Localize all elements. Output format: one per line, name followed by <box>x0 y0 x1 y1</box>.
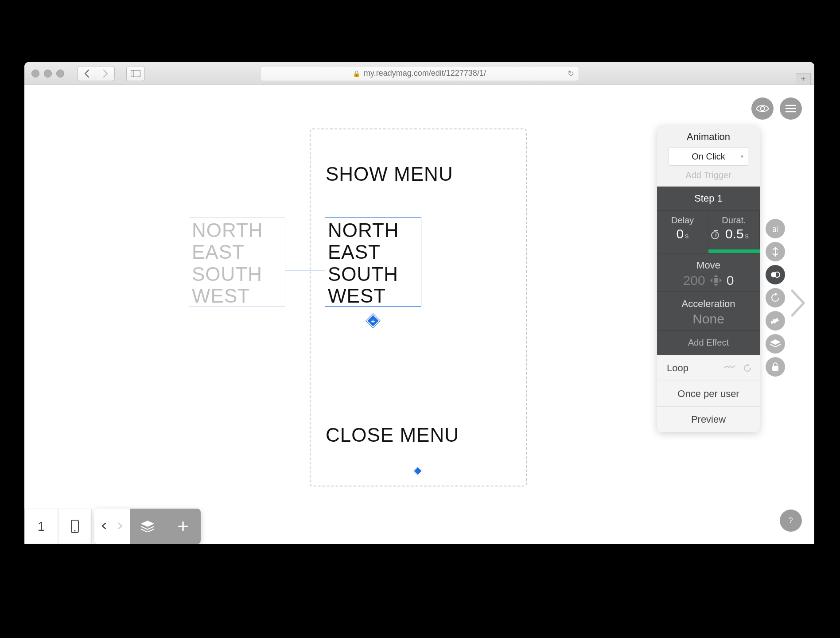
delay-cell[interactable]: Delay 0s <box>657 211 708 253</box>
widget-tool-rail: a| <box>766 219 785 377</box>
once-per-user-label: Once per user <box>677 388 739 400</box>
device-switch-cell[interactable] <box>58 509 92 544</box>
help-button[interactable]: ? <box>780 510 802 532</box>
duration-unit: s <box>745 232 749 240</box>
step-title[interactable]: Step 1 <box>657 187 760 211</box>
acceleration-label: Acceleration <box>657 298 760 310</box>
layers-tool-icon[interactable] <box>766 334 785 354</box>
nav-buttons <box>78 66 115 81</box>
loop-repeat-icon[interactable] <box>743 364 752 373</box>
app-content: SHOW MENU CLOSE MENU NORTH EAST SOUTH WE… <box>24 85 814 544</box>
ghost-item: SOUTH <box>192 263 282 285</box>
preview-row[interactable]: Preview <box>657 406 760 432</box>
titlebar: 🔒 my.readymag.com/edit/1227738/1/ ↻ + <box>24 62 814 85</box>
menu-item: WEST <box>328 285 418 307</box>
delay-value: 0 <box>676 226 684 241</box>
menu-item: NORTH <box>328 219 418 241</box>
duration-value: 0.5 <box>725 226 744 241</box>
animation-path-line <box>285 270 325 271</box>
page-number: 1 <box>38 519 45 534</box>
once-per-user-row[interactable]: Once per user <box>657 381 760 406</box>
ghost-item: EAST <box>192 241 282 263</box>
show-menu-heading[interactable]: SHOW MENU <box>326 163 453 185</box>
duration-progress-bar <box>708 249 760 253</box>
move-arrows-icon <box>712 276 720 285</box>
add-trigger-button[interactable]: Add Trigger <box>657 170 760 187</box>
move-label: Move <box>657 260 760 271</box>
close-window-icon[interactable] <box>31 70 39 78</box>
hamburger-menu-button[interactable] <box>780 97 802 120</box>
ghost-item: NORTH <box>192 219 282 241</box>
sidebar-toggle-button[interactable] <box>126 66 145 81</box>
duration-cell[interactable]: Durat. 0.5s <box>708 211 760 253</box>
menu-item: SOUTH <box>328 263 418 285</box>
svg-rect-0 <box>131 70 140 77</box>
animation-panel: Animation On Click ▾ Add Trigger Step 1 … <box>657 126 760 432</box>
text-tool-icon[interactable]: a| <box>766 219 785 238</box>
align-tool-icon[interactable] <box>766 242 785 261</box>
back-button[interactable] <box>78 66 96 81</box>
redo-button-disabled <box>113 522 123 531</box>
delay-label: Delay <box>657 215 708 226</box>
chevron-down-icon: ▾ <box>741 153 743 160</box>
acceleration-block[interactable]: Acceleration None <box>657 292 760 331</box>
page-number-cell[interactable]: 1 <box>24 509 58 544</box>
animation-tool-icon[interactable] <box>766 265 785 284</box>
duration-icon <box>711 231 719 239</box>
new-tab-button[interactable]: + <box>796 73 811 85</box>
duration-label: Durat. <box>708 215 759 226</box>
step-block: Step 1 Delay 0s Durat. 0.5s <box>657 187 760 355</box>
help-label: ? <box>789 517 793 525</box>
minimize-window-icon[interactable] <box>44 70 52 78</box>
menu-item: EAST <box>328 241 418 263</box>
canvas-mobile-frame: SHOW MENU CLOSE MENU <box>310 128 527 486</box>
panel-title: Animation <box>657 126 760 147</box>
trigger-select[interactable]: On Click ▾ <box>669 147 748 166</box>
layers-button[interactable] <box>130 509 165 544</box>
loop-label: Loop <box>667 362 688 374</box>
rotate-tool-icon[interactable] <box>766 288 785 307</box>
lock-icon: 🔒 <box>353 70 360 77</box>
address-url: my.readymag.com/edit/1227738/1/ <box>364 69 486 78</box>
move-block[interactable]: Move 200 0 <box>657 253 760 292</box>
acceleration-value: None <box>657 311 760 327</box>
next-page-arrow[interactable] <box>790 289 805 317</box>
add-effect-button[interactable]: Add Effect <box>657 331 760 355</box>
undo-button[interactable] <box>94 509 130 544</box>
loop-pingpong-icon[interactable] <box>723 364 736 373</box>
svg-point-11 <box>74 530 75 531</box>
animation-ghost-origin: NORTH EAST SOUTH WEST <box>189 217 285 307</box>
forward-button[interactable] <box>96 66 115 81</box>
preview-eye-button[interactable] <box>751 97 774 120</box>
lock-tool-icon[interactable] <box>766 357 785 377</box>
reload-icon[interactable]: ↻ <box>568 69 574 78</box>
preview-label: Preview <box>691 414 726 425</box>
svg-point-2 <box>761 107 765 111</box>
close-menu-heading[interactable]: CLOSE MENU <box>326 424 459 446</box>
add-widget-button[interactable]: + <box>165 509 201 544</box>
selected-text-widget[interactable]: NORTH EAST SOUTH WEST <box>325 217 421 307</box>
loop-row[interactable]: Loop <box>657 355 760 381</box>
zoom-window-icon[interactable] <box>56 70 64 78</box>
trigger-value: On Click <box>692 152 725 162</box>
window-traffic-lights <box>31 70 64 78</box>
move-x-value: 200 <box>683 273 705 288</box>
browser-window: 🔒 my.readymag.com/edit/1227738/1/ ↻ + <box>24 62 814 544</box>
svg-rect-9 <box>772 366 778 371</box>
mobile-icon <box>71 520 79 533</box>
address-bar[interactable]: 🔒 my.readymag.com/edit/1227738/1/ ↻ <box>260 66 579 81</box>
delay-unit: s <box>685 232 689 240</box>
bottom-toolbar: 1 + <box>24 509 201 544</box>
move-y-value: 0 <box>727 273 734 288</box>
pin-tool-icon[interactable] <box>766 311 785 331</box>
ghost-item: WEST <box>192 285 282 307</box>
